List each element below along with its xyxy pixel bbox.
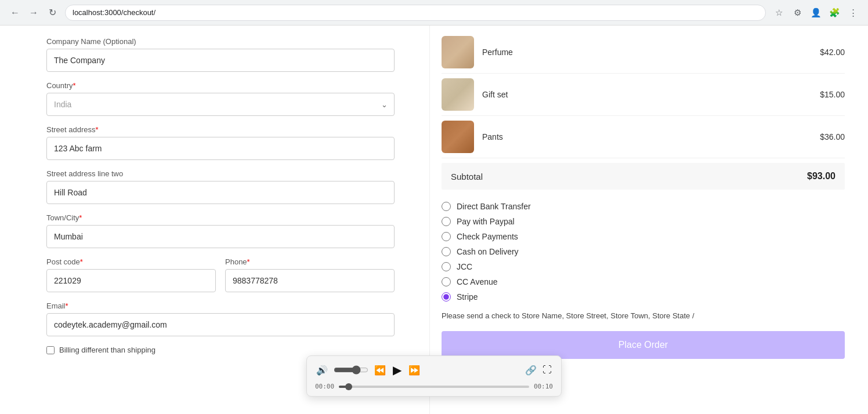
payment-label-stripe[interactable]: Stripe — [457, 292, 478, 302]
company-name-label: Company Name (Optional) — [46, 37, 395, 46]
forward-button[interactable]: → — [26, 5, 42, 21]
reload-button[interactable]: ↻ — [44, 5, 60, 21]
perfume-price: $42.00 — [820, 48, 845, 57]
browser-chrome: ← → ↻ localhost:3000/checkout/ ☆ ⚙ 👤 🧩 ⋮ — [0, 0, 868, 26]
order-item-perfume: Perfume $42.00 — [442, 31, 845, 74]
perfume-image — [442, 36, 474, 68]
town-city-group: Town/City* — [46, 213, 395, 248]
email-label: Email* — [46, 302, 395, 310]
billing-checkbox-label[interactable]: Billing different than shipping — [59, 346, 155, 354]
menu-button[interactable]: ⋮ — [845, 5, 861, 21]
fullscreen-button[interactable]: ⛶ — [541, 364, 553, 376]
street-address-line2-group: Street address line two — [46, 169, 395, 204]
post-code-input[interactable] — [46, 269, 216, 292]
country-select[interactable]: India United States United Kingdom — [46, 93, 395, 116]
payment-option-paypal: Pay with Paypal — [442, 214, 845, 229]
order-item-pants: Pants $36.00 — [442, 116, 845, 158]
gift-price: $15.00 — [820, 90, 845, 99]
payment-options: Direct Bank Transfer Pay with Paypal Che… — [442, 199, 845, 304]
pants-name: Pants — [482, 132, 812, 141]
payment-note: Please send a check to Store Name, Store… — [442, 310, 845, 322]
company-name-group: Company Name (Optional) — [46, 37, 395, 72]
nav-buttons: ← → ↻ — [7, 5, 60, 21]
payment-radio-stripe[interactable] — [442, 292, 451, 302]
address-bar[interactable]: localhost:3000/checkout/ — [65, 5, 766, 21]
payment-label-paypal[interactable]: Pay with Paypal — [457, 217, 515, 226]
media-player: 🔊 ⏪ ▶ ⏩ 🔗 ⛶ 00:00 00:10 — [306, 355, 562, 397]
progress-bar[interactable] — [339, 386, 529, 388]
payment-option-cod: Cash on Delivery — [442, 244, 845, 259]
payment-label-ccavenue[interactable]: CC Avenue — [457, 277, 498, 286]
payment-label-bank[interactable]: Direct Bank Transfer — [457, 202, 531, 211]
town-city-input[interactable] — [46, 225, 395, 248]
extensions-button[interactable]: 🧩 — [826, 5, 842, 21]
payment-label-jcc[interactable]: JCC — [457, 262, 472, 271]
subtotal-amount: $93.00 — [807, 171, 836, 181]
billing-checkbox-row: Billing different than shipping — [46, 346, 395, 354]
media-right-controls: 🔗 ⛶ — [524, 364, 553, 377]
country-group: Country* India United States United King… — [46, 81, 395, 116]
pants-image — [442, 121, 474, 153]
street-address-input[interactable] — [46, 137, 395, 160]
subtotal-row: Subtotal $93.00 — [442, 163, 845, 190]
postcode-phone-row: Post code* Phone* — [46, 257, 395, 302]
payment-option-check: Check Payments — [442, 229, 845, 244]
volume-slider[interactable] — [334, 365, 368, 375]
bookmark-button[interactable]: ☆ — [771, 5, 787, 21]
gift-image — [442, 78, 474, 111]
payment-option-stripe: Stripe — [442, 289, 845, 304]
street-address-group: Street address* — [46, 125, 395, 160]
share-button[interactable]: 🔗 — [524, 364, 538, 377]
billing-checkbox[interactable] — [46, 346, 55, 354]
payment-option-jcc: JCC — [442, 259, 845, 274]
progress-thumb — [345, 383, 352, 390]
media-progress-row: 00:00 00:10 — [315, 383, 553, 390]
play-button[interactable]: ▶ — [392, 362, 403, 378]
payment-label-cod[interactable]: Cash on Delivery — [457, 247, 519, 256]
gift-name: Gift set — [482, 90, 812, 99]
payment-label-check[interactable]: Check Payments — [457, 232, 518, 241]
subtotal-label: Subtotal — [451, 172, 483, 181]
phone-label: Phone* — [225, 257, 395, 266]
phone-input[interactable] — [225, 269, 395, 292]
url-text: localhost:3000/checkout/ — [73, 8, 155, 17]
browser-action-buttons: ☆ ⚙ 👤 🧩 ⋮ — [771, 5, 861, 21]
payment-radio-cod[interactable] — [442, 247, 451, 256]
email-group: Email* — [46, 302, 395, 336]
media-controls: 🔊 ⏪ ▶ ⏩ 🔗 ⛶ — [315, 362, 553, 378]
mute-button[interactable]: 🔊 — [315, 364, 329, 377]
town-city-label: Town/City* — [46, 213, 395, 222]
country-select-wrapper: India United States United Kingdom ⌄ — [46, 93, 395, 116]
email-input[interactable] — [46, 313, 395, 336]
company-name-input[interactable] — [46, 49, 395, 72]
payment-radio-paypal[interactable] — [442, 217, 451, 226]
payment-option-bank: Direct Bank Transfer — [442, 199, 845, 214]
total-time: 00:10 — [534, 383, 553, 390]
payment-radio-check[interactable] — [442, 232, 451, 241]
street-address-label: Street address* — [46, 125, 395, 134]
payment-radio-ccavenue[interactable] — [442, 277, 451, 286]
place-order-button[interactable]: Place Order — [442, 331, 845, 359]
phone-group: Phone* — [225, 257, 395, 292]
rewind-button[interactable]: ⏪ — [373, 364, 387, 377]
settings-button[interactable]: ⚙ — [789, 5, 805, 21]
street-address-line2-input[interactable] — [46, 181, 395, 204]
perfume-name: Perfume — [482, 48, 812, 57]
payment-option-ccavenue: CC Avenue — [442, 274, 845, 289]
payment-radio-bank[interactable] — [442, 202, 451, 211]
profile-button[interactable]: 👤 — [808, 5, 824, 21]
payment-radio-jcc[interactable] — [442, 262, 451, 271]
post-code-group: Post code* — [46, 257, 216, 292]
current-time: 00:00 — [315, 383, 334, 390]
street-address-line2-label: Street address line two — [46, 169, 395, 178]
pants-price: $36.00 — [820, 132, 845, 141]
country-label: Country* — [46, 81, 395, 90]
fast-forward-button[interactable]: ⏩ — [407, 364, 421, 377]
post-code-label: Post code* — [46, 257, 216, 266]
order-item-gift: Gift set $15.00 — [442, 74, 845, 116]
back-button[interactable]: ← — [7, 5, 23, 21]
